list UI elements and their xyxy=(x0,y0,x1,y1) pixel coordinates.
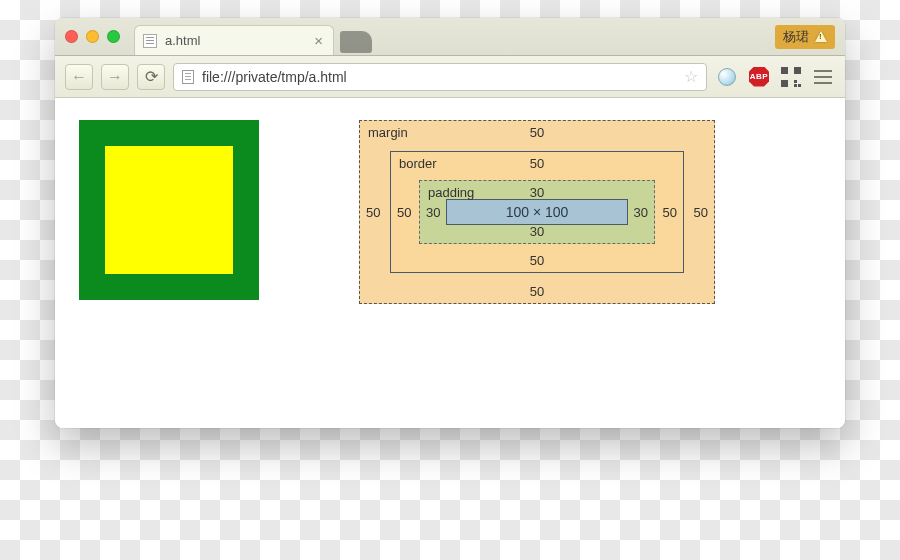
margin-left-value: 50 xyxy=(366,205,380,220)
box-model-diagram: margin 50 50 50 50 border 50 50 50 50 pa… xyxy=(359,120,715,394)
minimize-window-button[interactable] xyxy=(86,30,99,43)
padding-left-value: 30 xyxy=(426,205,440,220)
toolbar: ← → ⟳ file:///private/tmp/a.html ☆ ABP xyxy=(55,56,845,98)
close-window-button[interactable] xyxy=(65,30,78,43)
forward-button[interactable]: → xyxy=(101,64,129,90)
warning-icon xyxy=(815,31,827,42)
traffic-lights xyxy=(65,30,120,43)
file-icon xyxy=(143,34,157,48)
margin-bottom-value: 50 xyxy=(530,284,544,299)
browser-tab[interactable]: a.html × xyxy=(134,25,334,55)
address-bar[interactable]: file:///private/tmp/a.html ☆ xyxy=(173,63,707,91)
bookmark-star-icon[interactable]: ☆ xyxy=(684,67,698,86)
menu-button[interactable] xyxy=(811,65,835,89)
box-model-margin: margin 50 50 50 50 border 50 50 50 50 pa… xyxy=(359,120,715,304)
page-viewport: margin 50 50 50 50 border 50 50 50 50 pa… xyxy=(55,98,845,428)
url-text: file:///private/tmp/a.html xyxy=(202,69,676,85)
tab-title: a.html xyxy=(165,33,306,48)
box-model-border: border 50 50 50 50 padding 30 30 30 30 1… xyxy=(390,151,684,273)
reload-button[interactable]: ⟳ xyxy=(137,64,165,90)
hamburger-icon xyxy=(814,76,832,78)
page-icon xyxy=(182,70,194,84)
padding-bottom-value: 30 xyxy=(530,224,544,239)
browser-window: a.html × 杨珺 ← → ⟳ file:///private/tmp/a.… xyxy=(55,18,845,428)
margin-label: margin xyxy=(368,125,408,140)
qr-extension-icon[interactable] xyxy=(779,65,803,89)
border-right-value: 50 xyxy=(663,205,677,220)
margin-top-value: 50 xyxy=(530,125,544,140)
border-top-value: 50 xyxy=(530,156,544,171)
box-model-padding: padding 30 30 30 30 100 × 100 xyxy=(419,180,655,244)
demo-box-content xyxy=(105,146,233,274)
demo-box-border xyxy=(79,120,259,300)
box-model-content: 100 × 100 xyxy=(446,199,628,225)
back-button[interactable]: ← xyxy=(65,64,93,90)
titlebar: a.html × 杨珺 xyxy=(55,18,845,56)
new-tab-button[interactable] xyxy=(340,31,372,53)
margin-right-value: 50 xyxy=(694,205,708,220)
border-label: border xyxy=(399,156,437,171)
border-bottom-value: 50 xyxy=(530,253,544,268)
zoom-window-button[interactable] xyxy=(107,30,120,43)
adblock-extension-icon[interactable]: ABP xyxy=(747,65,771,89)
profile-name: 杨珺 xyxy=(783,28,809,46)
profile-badge[interactable]: 杨珺 xyxy=(775,25,835,49)
close-tab-button[interactable]: × xyxy=(314,33,323,48)
border-left-value: 50 xyxy=(397,205,411,220)
padding-label: padding xyxy=(428,185,474,200)
padding-top-value: 30 xyxy=(530,185,544,200)
globe-extension-icon[interactable] xyxy=(715,65,739,89)
padding-right-value: 30 xyxy=(634,205,648,220)
